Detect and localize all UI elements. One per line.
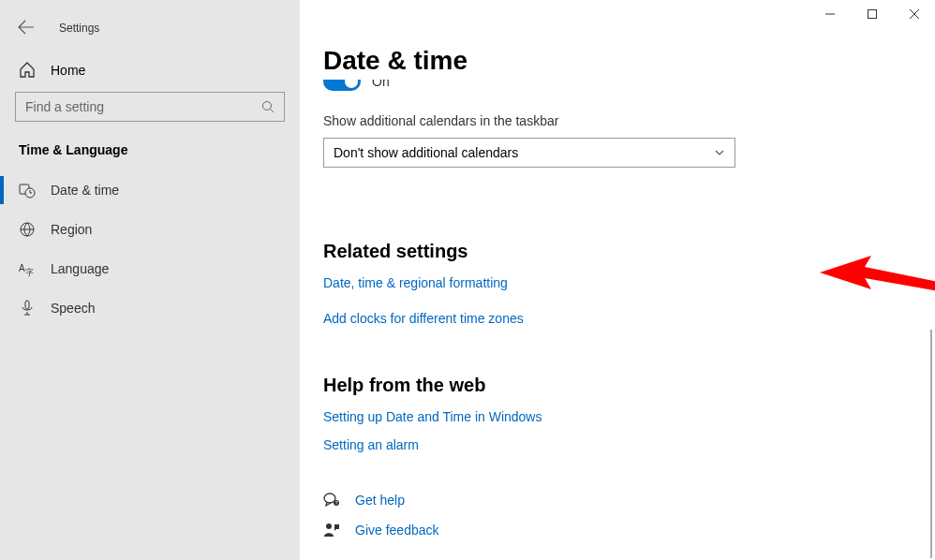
search-input[interactable]: [25, 99, 261, 114]
svg-point-11: [326, 523, 332, 529]
link-add-clocks[interactable]: Add clocks for different time zones: [323, 311, 524, 326]
annotation-arrow: [820, 256, 935, 340]
toggle-switch[interactable]: [323, 80, 361, 91]
window-controls: [809, 0, 935, 28]
chat-help-icon: ?: [323, 492, 340, 508]
region-icon: [19, 221, 36, 238]
close-icon: [910, 9, 919, 19]
speech-icon: [19, 300, 36, 317]
chevron-down-icon: [714, 147, 725, 158]
svg-rect-7: [868, 10, 876, 19]
titlebar-left: Settings: [0, 19, 300, 37]
sidebar-item-date-time[interactable]: Date & time: [0, 170, 300, 210]
svg-text:?: ?: [335, 500, 338, 506]
sidebar: Settings Home Time & Language Date & tim…: [0, 0, 300, 560]
sidebar-item-label: Region: [51, 222, 92, 237]
feedback-row[interactable]: Give feedback: [323, 522, 935, 538]
calendar-select-value: Don't show additional calendars: [334, 145, 518, 160]
get-help-row[interactable]: ? Get help: [323, 492, 935, 508]
scrollbar[interactable]: [930, 330, 932, 558]
minimize-icon: [825, 9, 835, 19]
svg-text:字: 字: [25, 268, 34, 277]
toggle-row: On: [323, 80, 935, 91]
search-box[interactable]: [15, 92, 285, 122]
toggle-state-label: On: [372, 80, 390, 89]
search-icon: [261, 100, 275, 113]
home-item[interactable]: Home: [0, 37, 300, 79]
sidebar-section-title: Time & Language: [0, 122, 300, 170]
language-icon: A字: [19, 260, 36, 277]
svg-text:A: A: [19, 263, 25, 273]
feedback-link[interactable]: Give feedback: [355, 523, 439, 538]
date-time-icon: [19, 182, 36, 199]
sidebar-item-label: Language: [51, 261, 109, 276]
feedback-icon: [323, 522, 340, 538]
link-regional-formatting[interactable]: Date, time & regional formatting: [323, 275, 508, 290]
maximize-icon: [868, 9, 877, 19]
window-title: Settings: [59, 22, 99, 35]
sidebar-item-label: Speech: [51, 301, 95, 316]
svg-point-8: [324, 494, 335, 503]
calendar-field-label: Show additional calendars in the taskbar: [323, 113, 935, 128]
help-heading: Help from the web: [323, 375, 935, 396]
link-help-alarm[interactable]: Setting an alarm: [323, 437, 419, 452]
back-button[interactable]: [18, 19, 37, 37]
related-settings-heading: Related settings: [323, 241, 935, 262]
link-help-date-time[interactable]: Setting up Date and Time in Windows: [323, 409, 542, 424]
home-label: Home: [51, 63, 85, 78]
close-button[interactable]: [893, 0, 935, 28]
home-icon: [19, 62, 36, 79]
arrow-left-icon: [18, 19, 35, 36]
minimize-button[interactable]: [809, 0, 851, 28]
svg-marker-12: [820, 256, 935, 321]
sidebar-item-speech[interactable]: Speech: [0, 288, 300, 328]
svg-point-0: [263, 102, 272, 111]
calendar-select[interactable]: Don't show additional calendars: [323, 138, 735, 168]
main-panel: Date & time On Show additional calendars…: [300, 0, 935, 560]
get-help-link[interactable]: Get help: [355, 493, 405, 508]
svg-rect-6: [25, 301, 29, 309]
maximize-button[interactable]: [851, 0, 893, 28]
sidebar-item-language[interactable]: A字 Language: [0, 249, 300, 288]
sidebar-item-region[interactable]: Region: [0, 210, 300, 249]
sidebar-item-label: Date & time: [51, 183, 119, 198]
